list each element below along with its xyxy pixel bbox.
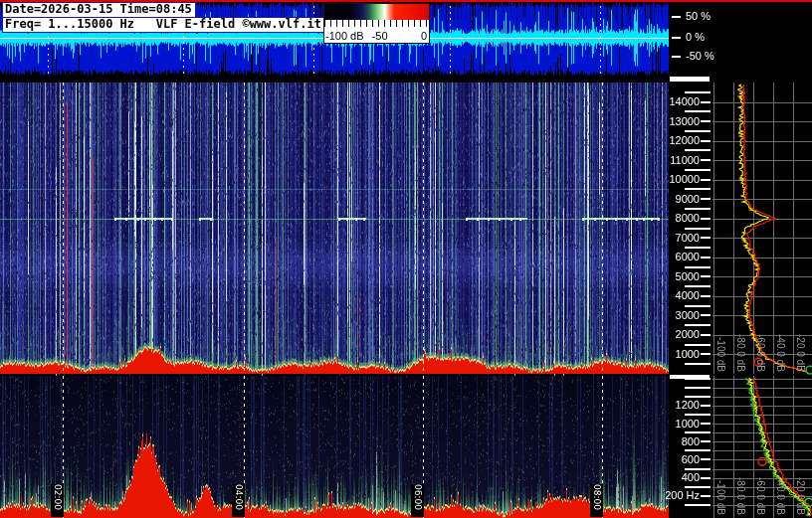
- main-frequency-axis: 1400013000120001100010000900080007000600…: [669, 83, 712, 374]
- freq-tick-label: 14000: [669, 95, 700, 107]
- freq-tick-label: 8000: [676, 212, 700, 224]
- freq-tick-major: [701, 423, 710, 425]
- freq-tick-major: [701, 101, 710, 103]
- db-tick-label: -80.0 dB: [735, 334, 746, 372]
- db-tick-label: -60.0 dB: [755, 334, 766, 372]
- low-frequency-axis: 12001000800600400200 Hz: [669, 376, 712, 518]
- colorbar: -100 dB -50 0: [323, 3, 430, 44]
- colorbar-labels: -100 dB -50 0: [324, 30, 429, 43]
- freq-tick-major: [701, 159, 710, 161]
- db-tick-label: -80.0 dB: [735, 477, 746, 515]
- freq-tick-label: 2000: [676, 328, 700, 340]
- freq-tick-minor: [685, 414, 710, 416]
- freq-tick-major: [701, 314, 710, 316]
- freq-tick-major: [701, 140, 710, 142]
- freq-tick-major: [701, 179, 710, 181]
- colorbar-mid-label: -50: [372, 30, 388, 43]
- freq-tick-major: [701, 477, 710, 479]
- db-tick-label: -20.0 dB: [795, 334, 806, 372]
- colorbar-min-label: -100 dB: [325, 30, 364, 43]
- freq-tick-minor: [685, 228, 710, 230]
- freq-tick-minor: [685, 486, 710, 488]
- freq-tick-major: [701, 405, 710, 407]
- freq-tick-minor: [685, 285, 710, 287]
- freq-tick-major: [701, 275, 710, 277]
- freq-tick-major: [701, 458, 710, 460]
- freq-tick-major: [701, 495, 710, 497]
- percent-tick-label: 50 %: [686, 10, 710, 22]
- waveform-percent-axis: 50 %0 %-50 %: [669, 0, 812, 83]
- freq-tick-minor: [685, 91, 710, 93]
- freq-tick-minor: [685, 266, 710, 268]
- freq-tick-label: 12000: [669, 134, 700, 146]
- freq-tick-label: 6000: [676, 251, 700, 262]
- freq-tick-label: 7000: [676, 232, 700, 244]
- colorbar-gradient: [324, 4, 429, 20]
- freq-tick-label: 800: [682, 435, 700, 447]
- db-tick-label: -20.0 dB: [795, 477, 806, 515]
- freq-tick-minor: [685, 208, 710, 210]
- freq-tick-label: 400: [682, 471, 700, 483]
- low-spectrum-db-axis: -100 dB-80.0 dB-60.0 dB-40.0 dB-20.0 dB: [712, 376, 812, 518]
- freq-tick-minor: [685, 188, 710, 190]
- freq-range-label: Freq= 1...15000 Hz VLF E-field ©www.vlf.…: [2, 17, 325, 33]
- freq-tick-label: 11000: [670, 154, 700, 166]
- freq-tick-minor: [685, 363, 710, 365]
- db-tick-label: -40.0 dB: [775, 477, 786, 515]
- db-tick-label: -60.0 dB: [755, 477, 766, 515]
- percent-tick-label: -50 %: [686, 50, 714, 62]
- freq-tick-label: 13000: [669, 115, 700, 127]
- db-tick-label: -100 dB: [715, 480, 726, 515]
- freq-tick-label: 9000: [676, 193, 700, 205]
- freq-tick-major: [701, 237, 710, 239]
- percent-tick: [672, 37, 681, 39]
- info-box: Date=2026-03-15 Time=08:45 Freq= 1...150…: [2, 2, 325, 33]
- freq-tick-label: 1200: [676, 399, 700, 411]
- freq-tick-minor: [685, 169, 710, 171]
- percent-tick: [672, 56, 681, 58]
- colorbar-ruler-ticks: [324, 20, 429, 30]
- freq-tick-minor: [685, 468, 710, 470]
- freq-tick-major: [701, 295, 710, 297]
- freq-tick-minor: [685, 305, 710, 307]
- freq-tick-minor: [685, 504, 710, 506]
- freq-tick-label: 4000: [676, 289, 700, 301]
- freq-tick-minor: [685, 432, 710, 433]
- freq-tick-label: 3000: [676, 309, 700, 321]
- freq-tick-major: [701, 257, 710, 259]
- colorbar-max-label: 0: [421, 30, 427, 43]
- freq-tick-minor: [685, 324, 710, 326]
- freq-tick-minor: [685, 396, 710, 398]
- freq-tick-major: [701, 440, 710, 442]
- freq-tick-minor: [685, 110, 710, 112]
- freq-tick-label: 200 Hz: [665, 489, 700, 501]
- freq-tick-minor: [685, 344, 710, 346]
- freq-tick-label: 600: [682, 453, 700, 465]
- freq-tick-minor: [685, 130, 710, 132]
- date-time-label: Date=2026-03-15 Time=08:45: [2, 2, 196, 18]
- freq-tick-minor: [685, 387, 710, 389]
- freq-tick-major: [701, 353, 710, 355]
- freq-tick-label: 5000: [676, 270, 700, 282]
- db-tick-label: -40.0 dB: [775, 334, 786, 372]
- freq-tick-label: 1000: [676, 418, 700, 430]
- freq-tick-major: [701, 334, 710, 336]
- freq-tick-minor: [685, 149, 710, 151]
- freq-tick-minor: [685, 378, 710, 380]
- freq-tick-label: 1000: [676, 348, 700, 360]
- freq-tick-minor: [685, 449, 710, 451]
- main-spectrum-db-axis: -100 dB-80.0 dB-60.0 dB-40.0 dB-20.0 dB: [712, 83, 812, 374]
- freq-tick-minor: [685, 247, 710, 249]
- db-tick-label: -100 dB: [715, 337, 726, 372]
- freq-tick-major: [701, 218, 710, 220]
- freq-tick-major: [701, 120, 710, 122]
- vlf-monitor-window: Date=2026-03-15 Time=08:45 Freq= 1...150…: [0, 0, 812, 518]
- percent-tick-label: 0 %: [686, 31, 705, 43]
- freq-tick-label: 10000: [669, 173, 700, 185]
- percent-tick: [672, 16, 681, 18]
- freq-tick-major: [701, 198, 710, 200]
